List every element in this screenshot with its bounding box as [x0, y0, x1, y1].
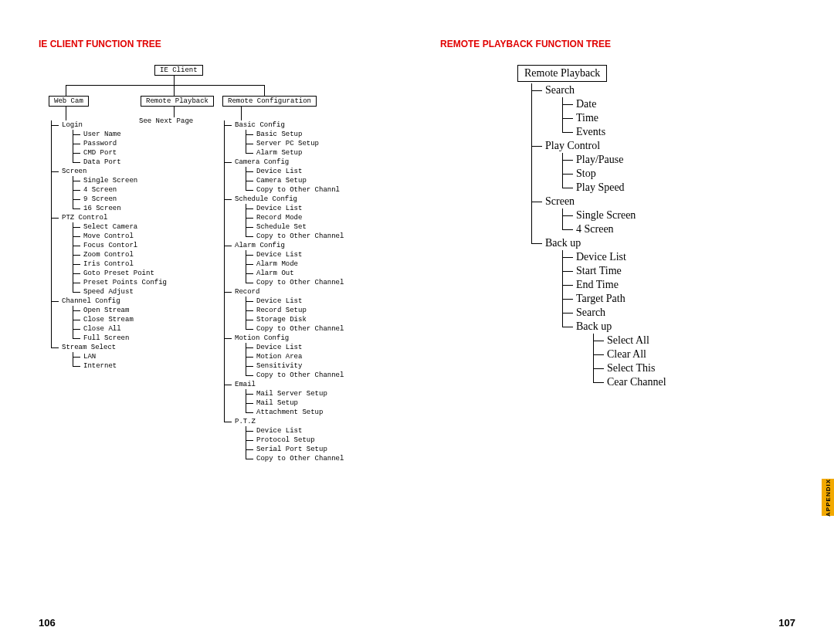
tree-leaf: Copy to Other Channel [246, 324, 394, 334]
tree-node: Stop [562, 167, 749, 181]
appendix-label: Appendix [825, 479, 832, 517]
tree-node-label: Select All [607, 334, 649, 346]
tree-node-label: Search [545, 84, 575, 96]
tree-leaf: User Name [73, 130, 202, 139]
tree-leaf: Focus Contorl [73, 241, 202, 250]
tree-leaf: Mail Setup [246, 398, 394, 408]
tree-leaf: Mail Server Setup [246, 389, 394, 398]
tree-leaf: Alarm Setup [246, 148, 394, 158]
tree-leaf: Protocol Setup [246, 436, 394, 445]
tree-leaf: Copy to Other Channel [246, 371, 394, 380]
tree-leaf: Server PC Setup [246, 139, 394, 148]
tree-node-label: Start Time [576, 265, 622, 276]
page-number-left: 106 [39, 617, 56, 629]
tree-node-label: Select This [607, 362, 655, 374]
tree-node: PTZ ControlSelect CameraMove ControlFocu… [51, 213, 202, 297]
tree-leaf: Attachment Setup [246, 408, 394, 417]
tree-node-label: Play Speed [576, 181, 625, 193]
node-remote-config: Remote Configuration [222, 96, 317, 107]
node-remote-playback-root: Remote Playback [517, 65, 607, 82]
tree-leaf: Device List [246, 343, 394, 352]
tree-node: End Time [562, 278, 749, 292]
tree-leaf: Basic Setup [246, 130, 394, 139]
right-page: Remote Playback Function Tree Remote Pla… [417, 0, 834, 644]
tree-node: SearchDateTimeEvents [531, 83, 749, 139]
tree-node: Channel ConfigOpen StreamClose StreamClo… [51, 297, 202, 343]
tree-leaf: CMD Port [73, 148, 202, 158]
tree-node: Clear All [593, 347, 749, 361]
tree-node: Play/Pause [562, 153, 749, 167]
tree-node-label: Record [235, 288, 259, 296]
tree-leaf: 4 Screen [73, 185, 202, 195]
tree-node-label: Events [576, 126, 605, 137]
tree-node-label: Time [576, 112, 598, 124]
tree-leaf: Move Control [73, 232, 202, 241]
left-page: Ie Client Function Tree IE Client Web Ca… [0, 0, 417, 644]
tree-node-label: Single Screen [576, 209, 636, 221]
node-web-cam: Web Cam [49, 96, 89, 107]
right-heading: Remote Playback Function Tree [440, 39, 795, 49]
tree-node: Date [562, 97, 749, 111]
tree-node-label: Stream Select [62, 344, 116, 351]
tree-leaf: Open Stream [73, 306, 202, 315]
tree-node-label: Cear Channel [607, 376, 666, 388]
tree-leaf: Iris Control [73, 259, 202, 269]
tree-node: Events [562, 125, 749, 139]
tree-node-label: Target Path [576, 293, 626, 304]
tree-node: Back upDevice ListStart TimeEnd TimeTarg… [531, 236, 749, 389]
tree-leaf: Alarm Out [246, 269, 394, 278]
left-heading: Ie Client Function Tree [39, 39, 394, 49]
tree-node: Back upSelect AllClear AllSelect ThisCea… [562, 320, 749, 389]
tree-leaf: Device List [246, 426, 394, 436]
tree-node-label: Login [62, 121, 83, 129]
tree-node-label: Screen [545, 195, 575, 207]
tree-node: Cear Channel [593, 375, 749, 389]
tree-leaf: Close Stream [73, 315, 202, 324]
tree-leaf: Full Screen [73, 334, 202, 343]
config-tree: Basic ConfigBasic SetupServer PC SetupAl… [224, 120, 394, 463]
tree-node-label: Device List [576, 251, 626, 263]
tree-leaf: Copy to Other Channel [246, 232, 394, 241]
tree-leaf: 16 Screen [73, 204, 202, 213]
tree-node: Play Speed [562, 181, 749, 195]
tree-leaf: Motion Area [246, 352, 394, 361]
tree-leaf: Serial Port Setup [246, 445, 394, 454]
tree-leaf: Select Camera [73, 222, 202, 232]
tree-leaf: Alarm Mode [246, 259, 394, 269]
tree-node-label: Back up [545, 237, 581, 249]
tree-node-label: PTZ Control [62, 214, 107, 222]
tree-node-label: Alarm Config [235, 242, 285, 249]
tree-node: Alarm ConfigDevice ListAlarm ModeAlarm O… [224, 241, 394, 287]
tree-leaf: Zoom Control [73, 250, 202, 259]
tree-node: Camera ConfigDevice ListCamera SetupCopy… [224, 158, 394, 195]
tree-node: Select All [593, 334, 749, 347]
webcam-tree: LoginUser NamePasswordCMD PortData PortS… [51, 120, 202, 371]
tree-node: ScreenSingle Screen4 Screen [531, 195, 749, 236]
tree-node-label: Channel Config [62, 297, 120, 305]
tree-leaf: Copy to Other Channel [246, 454, 394, 463]
tree-node-label: 4 Screen [576, 223, 614, 235]
tree-node: Device List [562, 250, 749, 264]
tree-leaf: 9 Screen [73, 195, 202, 204]
tree-node: Target Path [562, 292, 749, 306]
tree-leaf: Device List [246, 297, 394, 306]
tree-node: Schedule ConfigDevice ListRecord ModeSch… [224, 195, 394, 241]
tree-leaf: Speed Adjust [73, 287, 202, 297]
tree-node: Motion ConfigDevice ListMotion AreaSensi… [224, 334, 394, 380]
tree-leaf: Close All [73, 324, 202, 334]
tree-leaf: Single Screen [73, 176, 202, 185]
tree-leaf: Copy to Other Channl [246, 185, 394, 195]
tree-node: Play ControlPlay/PauseStopPlay Speed [531, 139, 749, 195]
tree-node: Time [562, 111, 749, 125]
tree-node: Basic ConfigBasic SetupServer PC SetupAl… [224, 120, 394, 158]
tree-node-label: Date [576, 98, 596, 110]
tree-node: P.T.ZDevice ListProtocol SetupSerial Por… [224, 417, 394, 463]
tree-leaf: Device List [246, 167, 394, 176]
tree-node: LoginUser NamePasswordCMD PortData Port [51, 120, 202, 167]
tree-node: EmailMail Server SetupMail SetupAttachme… [224, 380, 394, 417]
tree-node: ScreenSingle Screen4 Screen9 Screen16 Sc… [51, 167, 202, 213]
tree-leaf: Copy to Other Channel [246, 278, 394, 287]
tree-node: Select This [593, 361, 749, 375]
tree-node-label: Stop [576, 168, 596, 179]
tree-leaf: Device List [246, 250, 394, 259]
